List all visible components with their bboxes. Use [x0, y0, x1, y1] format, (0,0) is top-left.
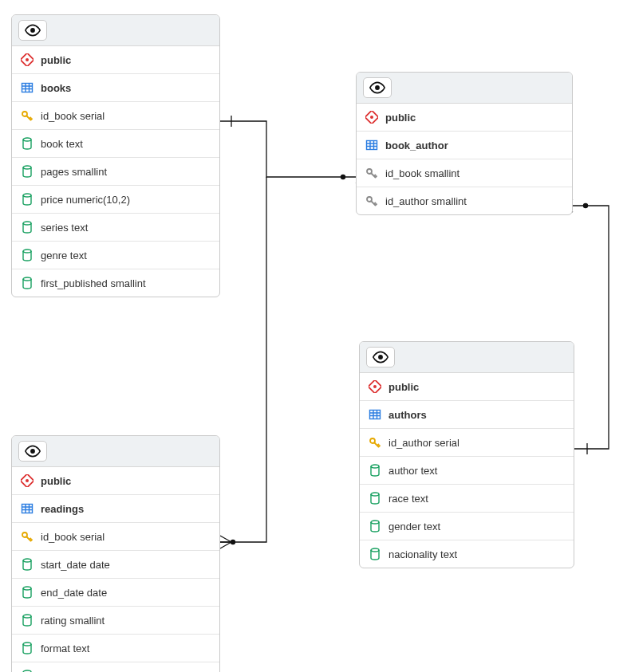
column-icon [20, 669, 34, 672]
table-header [357, 73, 572, 104]
svg-point-61 [23, 559, 31, 562]
column-row: end_date date [12, 579, 219, 607]
svg-point-25 [23, 194, 31, 197]
schema-name: public [41, 475, 71, 487]
svg-point-14 [30, 28, 35, 33]
column-row: id_author serial [360, 429, 574, 457]
column-row: genre text [12, 242, 219, 269]
column-label: id_book smallint [385, 167, 459, 179]
svg-point-47 [370, 438, 375, 443]
schema-icon [20, 53, 34, 67]
table-icon [368, 407, 382, 422]
eye-icon[interactable] [366, 347, 395, 367]
connector-books-to-book_author [220, 121, 356, 177]
table-name-row: books [12, 74, 219, 102]
column-icon [368, 519, 382, 533]
svg-point-22 [22, 112, 27, 116]
column-label: end_date date [41, 587, 107, 599]
svg-point-63 [23, 615, 31, 618]
column-icon [20, 641, 34, 655]
schema-row: public [12, 467, 219, 495]
schema-icon [20, 474, 34, 488]
column-icon [20, 220, 34, 234]
svg-point-28 [23, 277, 31, 281]
schema-row: public [357, 104, 572, 132]
column-icon [20, 613, 34, 627]
column-row: first_published smallint [12, 269, 219, 297]
key-icon [368, 435, 382, 450]
table-icon [20, 81, 34, 95]
column-label: rating smallint [41, 615, 105, 627]
column-icon [20, 164, 34, 179]
column-icon [20, 585, 34, 599]
column-row: gender text [360, 513, 574, 540]
fk-icon [365, 194, 379, 208]
column-icon [368, 463, 382, 477]
table-icon [365, 138, 379, 152]
column-row: race text [360, 485, 574, 513]
column-icon [20, 248, 34, 262]
column-row: nacionality text [360, 540, 574, 568]
column-row: pages smallint [12, 158, 219, 186]
svg-line-10 [220, 536, 231, 542]
svg-rect-32 [367, 141, 377, 150]
column-row: rating smallint [12, 607, 219, 635]
column-row: author text [360, 457, 574, 485]
table-header [360, 342, 574, 373]
erd-canvas: publicbooksid_book serialbook textpages … [0, 0, 635, 672]
svg-rect-55 [22, 505, 33, 513]
svg-point-39 [378, 355, 383, 360]
fk-icon [365, 166, 379, 180]
column-row: book text [12, 130, 219, 158]
column-label: id_author smallint [385, 195, 467, 207]
svg-point-27 [23, 250, 31, 253]
schema-name: public [385, 112, 416, 124]
schema-name: public [388, 381, 419, 393]
column-label: id_book serial [41, 110, 105, 122]
column-label: race text [388, 493, 428, 505]
column-icon [368, 547, 382, 561]
column-label: id_book serial [41, 531, 105, 543]
svg-point-38 [367, 197, 372, 202]
svg-point-52 [30, 449, 35, 454]
column-label: gender text [388, 521, 440, 532]
column-label: id_author serial [388, 437, 459, 449]
svg-point-48 [371, 465, 379, 468]
eye-icon[interactable] [18, 441, 47, 462]
table-book_author[interactable]: publicbook_authorid_book smallintid_auth… [356, 72, 573, 215]
column-label: format text [41, 643, 89, 654]
table-name: readings [41, 503, 84, 515]
eye-icon[interactable] [18, 20, 47, 41]
schema-row: public [12, 46, 219, 74]
connector-books-to-readings [220, 177, 266, 542]
table-books[interactable]: publicbooksid_book serialbook textpages … [11, 14, 220, 297]
eye-icon[interactable] [363, 77, 392, 98]
column-label: first_published smallint [41, 277, 146, 289]
svg-point-49 [371, 493, 379, 496]
table-readings[interactable]: publicreadingsid_book serialstart_date d… [11, 435, 220, 672]
column-label: series text [41, 222, 88, 234]
key-icon [20, 529, 34, 544]
schema-icon [365, 110, 379, 124]
column-label: pages smallint [41, 166, 107, 178]
column-label: author text [388, 465, 437, 477]
column-label: nacionality text [388, 548, 457, 560]
column-icon [20, 136, 34, 151]
svg-point-50 [371, 521, 379, 524]
svg-point-8 [583, 203, 588, 208]
schema-icon [368, 379, 382, 394]
svg-point-64 [23, 643, 31, 646]
table-name-row: readings [12, 495, 219, 523]
column-row: id_book serial [12, 523, 219, 551]
column-label: start_date date [41, 559, 110, 571]
column-row: format text [12, 635, 219, 662]
svg-point-54 [26, 479, 29, 482]
table-authors[interactable]: publicauthorsid_author serialauthor text… [359, 341, 574, 568]
table-header [12, 15, 219, 46]
svg-point-37 [367, 169, 372, 174]
table-icon [20, 501, 34, 516]
column-label: book text [41, 138, 83, 150]
table-name: authors [388, 409, 427, 421]
svg-point-60 [22, 532, 27, 537]
svg-point-29 [375, 85, 380, 90]
